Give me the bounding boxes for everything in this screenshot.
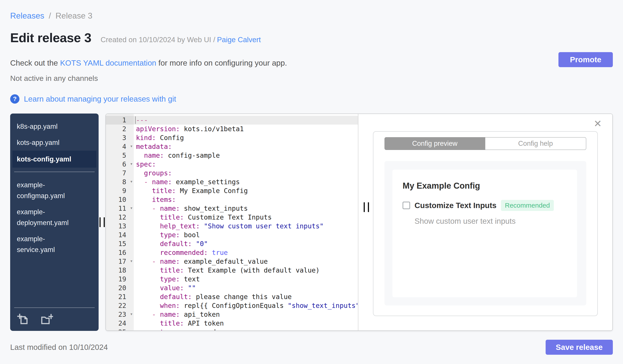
code-text: metadata: bbox=[134, 142, 358, 151]
save-release-button[interactable]: Save release bbox=[546, 340, 613, 355]
code-line-20[interactable]: 20 value: "" bbox=[106, 283, 358, 292]
file-list-primary: k8s-app.yamlkots-app.yamlkots-config.yam… bbox=[10, 114, 99, 168]
docs-prefix: Check out the bbox=[10, 59, 60, 67]
line-number: 15 bbox=[106, 240, 134, 248]
file-item-kots-config.yaml[interactable]: kots-config.yaml bbox=[12, 151, 96, 168]
fold-arrow-icon[interactable]: ▾ bbox=[130, 257, 133, 265]
code-text: title: Customize Text Inputs bbox=[134, 213, 358, 222]
promote-button[interactable]: Promote bbox=[558, 52, 613, 67]
config-item-help-text: Show custom user text inputs bbox=[415, 217, 567, 225]
fold-arrow-icon[interactable]: ▾ bbox=[130, 177, 133, 186]
code-line-23[interactable]: 23▾ - name: api_token bbox=[106, 310, 358, 319]
line-number: 2 bbox=[106, 124, 134, 133]
code-text: items: bbox=[134, 195, 358, 204]
line-number: 14 bbox=[106, 231, 134, 240]
code-text: - name: show_text_inputs bbox=[134, 204, 358, 213]
line-number: 25 bbox=[106, 328, 134, 330]
line-number: 7 bbox=[106, 169, 134, 178]
file-item-example-configmap.yaml[interactable]: example-configmap.yaml bbox=[10, 177, 83, 204]
tab-config-help[interactable]: Config help bbox=[485, 137, 586, 150]
code-line-19[interactable]: 19 type: text bbox=[106, 275, 358, 283]
config-group-title: My Example Config bbox=[402, 181, 567, 191]
git-help-row: ? Learn about managing your releases wit… bbox=[10, 94, 613, 104]
code-text: default: please change this value bbox=[134, 292, 358, 301]
code-line-24[interactable]: 24 title: API token bbox=[106, 319, 358, 328]
code-text: title: Text Example (with default value) bbox=[134, 266, 358, 275]
fold-arrow-icon[interactable]: ▾ bbox=[130, 160, 133, 168]
code-line-5[interactable]: 5 name: config-sample bbox=[106, 151, 358, 160]
new-folder-icon[interactable] bbox=[41, 313, 53, 325]
code-text: - name: example_default_value bbox=[134, 257, 358, 266]
editor-lines: 1---2apiVersion: kots.io/v1beta13kind: C… bbox=[106, 114, 358, 330]
line-number: 21 bbox=[106, 292, 134, 301]
author-link[interactable]: Paige Calvert bbox=[217, 36, 261, 44]
code-text: type: text bbox=[134, 275, 358, 283]
code-line-21[interactable]: 21 default: please change this value bbox=[106, 292, 358, 301]
line-number: 17▾ bbox=[106, 257, 134, 266]
code-line-25[interactable]: 25 type: password bbox=[106, 328, 358, 330]
config-item-row: Customize Text Inputs Recommended bbox=[402, 200, 567, 211]
line-number: 24 bbox=[106, 319, 134, 328]
fold-arrow-icon[interactable]: ▾ bbox=[130, 204, 133, 212]
code-line-18[interactable]: 18 title: Text Example (with default val… bbox=[106, 266, 358, 275]
code-line-9[interactable]: 9 title: My Example Config bbox=[106, 186, 358, 195]
code-line-8[interactable]: 8▾ - name: example_settings bbox=[106, 178, 358, 186]
code-line-1[interactable]: 1--- bbox=[106, 116, 358, 124]
git-releases-link[interactable]: Learn about managing your releases with … bbox=[24, 95, 176, 103]
code-line-13[interactable]: 13 help_text: "Show custom user text inp… bbox=[106, 222, 358, 231]
code-line-16[interactable]: 16 recommended: true bbox=[106, 248, 358, 257]
file-item-example-deployment.yaml[interactable]: example-deployment.yaml bbox=[10, 204, 83, 231]
breadcrumb-releases-link[interactable]: Releases bbox=[10, 11, 44, 20]
code-text: type: bool bbox=[134, 231, 358, 240]
code-text: help_text: "Show custom user text inputs… bbox=[134, 222, 358, 231]
file-item-example-service.yaml[interactable]: example-service.yaml bbox=[10, 231, 83, 258]
file-item-kots-app.yaml[interactable]: kots-app.yaml bbox=[10, 135, 83, 151]
created-meta: Created on 10/10/2024 by Web UI /Paige C… bbox=[101, 36, 261, 44]
customize-text-inputs-checkbox[interactable] bbox=[402, 202, 410, 209]
code-text: - name: example_settings bbox=[134, 178, 358, 186]
sidebar-footer-divider bbox=[14, 307, 95, 308]
line-number: 9 bbox=[106, 186, 134, 195]
line-number: 19 bbox=[106, 275, 134, 283]
code-line-22[interactable]: 22 when: repl{{ ConfigOptionEquals "show… bbox=[106, 301, 358, 310]
code-line-3[interactable]: 3kind: Config bbox=[106, 133, 358, 142]
editor-resize-handle[interactable] bbox=[364, 202, 369, 212]
new-file-icon[interactable] bbox=[17, 313, 29, 325]
breadcrumb-current: Release 3 bbox=[55, 11, 92, 20]
title-row: Edit release 3 Created on 10/10/2024 by … bbox=[10, 30, 613, 45]
fold-arrow-icon[interactable]: ▾ bbox=[130, 142, 133, 151]
line-number: 8▾ bbox=[106, 178, 134, 186]
yaml-editor[interactable]: 1---2apiVersion: kots.io/v1beta13kind: C… bbox=[106, 114, 358, 330]
line-number: 22 bbox=[106, 301, 134, 310]
code-text: --- bbox=[134, 116, 358, 124]
channel-status: Not active in any channels bbox=[10, 73, 613, 83]
code-line-10[interactable]: 10 items: bbox=[106, 195, 358, 204]
sidebar-resize-handle[interactable] bbox=[99, 217, 105, 227]
code-line-12[interactable]: 12 title: Customize Text Inputs bbox=[106, 213, 358, 222]
file-item-k8s-app.yaml[interactable]: k8s-app.yaml bbox=[10, 118, 83, 135]
code-text: - name: api_token bbox=[134, 310, 358, 319]
line-number: 3 bbox=[106, 133, 134, 142]
editor-preview-container: 1---2apiVersion: kots.io/v1beta13kind: C… bbox=[106, 114, 613, 331]
kots-yaml-docs-link[interactable]: KOTS YAML documentation bbox=[60, 59, 156, 67]
code-line-15[interactable]: 15 default: "0" bbox=[106, 240, 358, 248]
question-circle-icon[interactable]: ? bbox=[10, 94, 20, 103]
code-line-17[interactable]: 17▾ - name: example_default_value bbox=[106, 257, 358, 266]
config-item-label[interactable]: Customize Text Inputs bbox=[415, 201, 496, 210]
tab-config-preview[interactable]: Config preview bbox=[384, 137, 485, 150]
close-icon[interactable]: ✕ bbox=[594, 118, 602, 129]
code-text: kind: Config bbox=[134, 133, 358, 142]
code-line-2[interactable]: 2apiVersion: kots.io/v1beta1 bbox=[106, 124, 358, 133]
code-line-7[interactable]: 7 groups: bbox=[106, 169, 358, 178]
code-line-4[interactable]: 4▾metadata: bbox=[106, 142, 358, 151]
code-text: when: repl{{ ConfigOptionEquals "show_te… bbox=[134, 301, 358, 310]
code-line-14[interactable]: 14 type: bool bbox=[106, 231, 358, 240]
code-line-11[interactable]: 11▾ - name: show_text_inputs bbox=[106, 204, 358, 213]
line-number: 20 bbox=[106, 283, 134, 292]
code-text: title: My Example Config bbox=[134, 186, 358, 195]
code-text: type: password bbox=[134, 328, 358, 330]
config-preview-card: Config previewConfig help My Example Con… bbox=[373, 131, 598, 316]
fold-arrow-icon[interactable]: ▾ bbox=[130, 310, 133, 319]
preview-gray-panel: My Example Config Customize Text Inputs … bbox=[384, 161, 586, 305]
code-line-6[interactable]: 6▾spec: bbox=[106, 160, 358, 169]
